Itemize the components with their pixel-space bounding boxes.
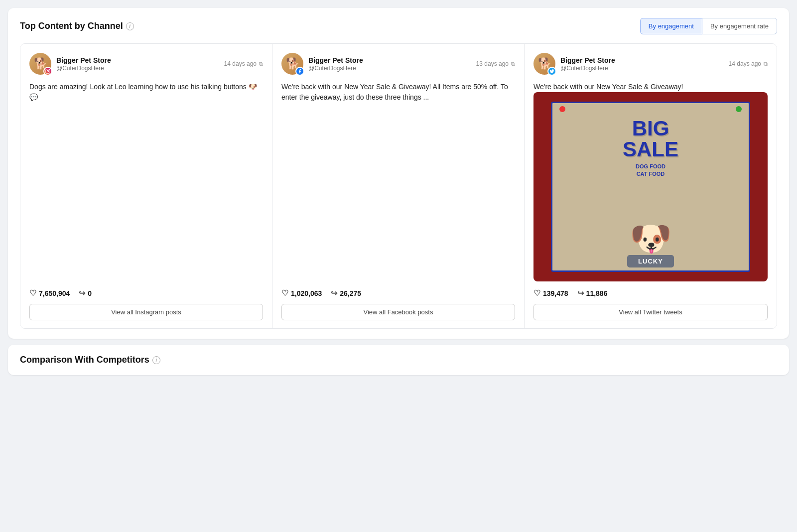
facebook-meta: Bigger Pet Store @CuterDogsHere bbox=[308, 56, 471, 72]
by-engagement-rate-button[interactable]: By engagement rate bbox=[702, 18, 777, 34]
twitter-handle: @CuterDogsHere bbox=[560, 65, 724, 72]
comparison-title: Comparison With Competitors i bbox=[20, 355, 777, 365]
cards-row: 🐕 Bigger Pet Store @CuterDogsHere 14 day bbox=[20, 43, 777, 329]
facebook-account-name: Bigger Pet Store bbox=[308, 56, 471, 64]
twitter-stats: ♡ 139,478 ↪ 11,886 bbox=[533, 288, 768, 298]
instagram-account-name: Bigger Pet Store bbox=[56, 56, 219, 64]
title-text: Top Content by Channel bbox=[20, 21, 123, 31]
twitter-account-name: Bigger Pet Store bbox=[560, 56, 724, 64]
top-content-widget: Top Content by Channel i By engagement B… bbox=[8, 8, 789, 339]
toggle-buttons-group: By engagement By engagement rate bbox=[640, 18, 777, 34]
instagram-card: 🐕 Bigger Pet Store @CuterDogsHere 14 day bbox=[20, 44, 272, 328]
facebook-time: 13 days ago ⧉ bbox=[476, 60, 515, 67]
retweet-icon-fb: ↪ bbox=[331, 288, 337, 298]
heart-icon: ♡ bbox=[29, 288, 36, 298]
instagram-likes: ♡ 7,650,904 bbox=[29, 288, 70, 298]
twitter-time: 14 days ago ⧉ bbox=[729, 60, 768, 67]
widget-header: Top Content by Channel i By engagement B… bbox=[20, 18, 777, 34]
facebook-external-link-icon[interactable]: ⧉ bbox=[511, 61, 515, 67]
svg-point-1 bbox=[47, 70, 48, 72]
poster-pin-green bbox=[736, 106, 742, 112]
heart-icon-fb: ♡ bbox=[281, 288, 288, 298]
twitter-external-link-icon[interactable]: ⧉ bbox=[764, 61, 768, 67]
instagram-shares: ↪ 0 bbox=[79, 288, 92, 298]
instagram-stats: ♡ 7,650,904 ↪ 0 bbox=[29, 288, 263, 298]
twitter-avatar-wrap: 🐕 bbox=[533, 53, 555, 75]
comparison-info-icon: i bbox=[152, 356, 160, 364]
twitter-meta: Bigger Pet Store @CuterDogsHere bbox=[560, 56, 724, 72]
lucky-bowl-label: LUCKY bbox=[627, 255, 674, 268]
twitter-card-header: 🐕 Bigger Pet Store @CuterDogsHere 14 day… bbox=[533, 53, 768, 75]
facebook-avatar-wrap: 🐕 bbox=[281, 53, 303, 75]
big-sale-text: BIGSALE bbox=[623, 118, 678, 160]
twitter-post-text: We're back with our New Year Sale & Give… bbox=[533, 82, 768, 281]
instagram-card-header: 🐕 Bigger Pet Store @CuterDogsHere 14 day bbox=[29, 53, 263, 75]
sale-poster: BIGSALE DOG FOODCAT FOOD 🐶 LUCKY bbox=[551, 102, 750, 272]
view-all-twitter-button[interactable]: View all Twitter tweets bbox=[533, 304, 768, 320]
instagram-badge bbox=[43, 67, 52, 76]
svg-point-2 bbox=[49, 70, 49, 70]
instagram-post-text: Dogs are amazing! Look at Leo learning h… bbox=[29, 82, 263, 281]
info-icon: i bbox=[126, 22, 134, 30]
instagram-avatar-wrap: 🐕 bbox=[29, 53, 51, 75]
poster-dog-emoji: 🐶 bbox=[630, 221, 672, 255]
twitter-badge bbox=[547, 67, 556, 76]
twitter-shares: ↪ 11,886 bbox=[577, 288, 608, 298]
retweet-icon: ↪ bbox=[79, 288, 85, 298]
heart-icon-tw: ♡ bbox=[533, 288, 540, 298]
poster-pin-red bbox=[559, 106, 565, 112]
twitter-card: 🐕 Bigger Pet Store @CuterDogsHere 14 day… bbox=[525, 44, 777, 328]
instagram-likes-count: 7,650,904 bbox=[39, 289, 70, 297]
dog-food-text: DOG FOODCAT FOOD bbox=[636, 163, 665, 178]
instagram-shares-count: 0 bbox=[88, 289, 92, 297]
comparison-widget: Comparison With Competitors i bbox=[8, 345, 789, 375]
facebook-shares: ↪ 26,275 bbox=[331, 288, 361, 298]
widget-title: Top Content by Channel i bbox=[20, 21, 134, 31]
view-all-instagram-button[interactable]: View all Instagram posts bbox=[29, 304, 263, 320]
facebook-card: 🐕 Bigger Pet Store @CuterDogsHere 13 day… bbox=[272, 44, 525, 328]
facebook-handle: @CuterDogsHere bbox=[308, 65, 471, 72]
twitter-post-image: BIGSALE DOG FOODCAT FOOD 🐶 LUCKY bbox=[533, 92, 768, 281]
comparison-title-text: Comparison With Competitors bbox=[20, 355, 149, 365]
twitter-likes-count: 139,478 bbox=[543, 289, 568, 297]
twitter-likes: ♡ 139,478 bbox=[533, 288, 568, 298]
facebook-post-text: We're back with our New Year Sale & Give… bbox=[281, 82, 515, 281]
facebook-badge bbox=[295, 67, 304, 76]
instagram-handle: @CuterDogsHere bbox=[56, 65, 219, 72]
facebook-shares-count: 26,275 bbox=[340, 289, 361, 297]
by-engagement-button[interactable]: By engagement bbox=[640, 18, 702, 34]
view-all-facebook-button[interactable]: View all Facebook posts bbox=[281, 304, 515, 320]
facebook-likes: ♡ 1,020,063 bbox=[281, 288, 322, 298]
twitter-shares-count: 11,886 bbox=[586, 289, 608, 297]
retweet-icon-tw: ↪ bbox=[577, 288, 584, 298]
facebook-likes-count: 1,020,063 bbox=[291, 289, 322, 297]
instagram-external-link-icon[interactable]: ⧉ bbox=[259, 61, 263, 67]
instagram-time: 14 days ago ⧉ bbox=[224, 60, 263, 67]
instagram-meta: Bigger Pet Store @CuterDogsHere bbox=[56, 56, 219, 72]
facebook-card-header: 🐕 Bigger Pet Store @CuterDogsHere 13 day… bbox=[281, 53, 515, 75]
facebook-stats: ♡ 1,020,063 ↪ 26,275 bbox=[281, 288, 515, 298]
svg-rect-0 bbox=[46, 69, 50, 73]
